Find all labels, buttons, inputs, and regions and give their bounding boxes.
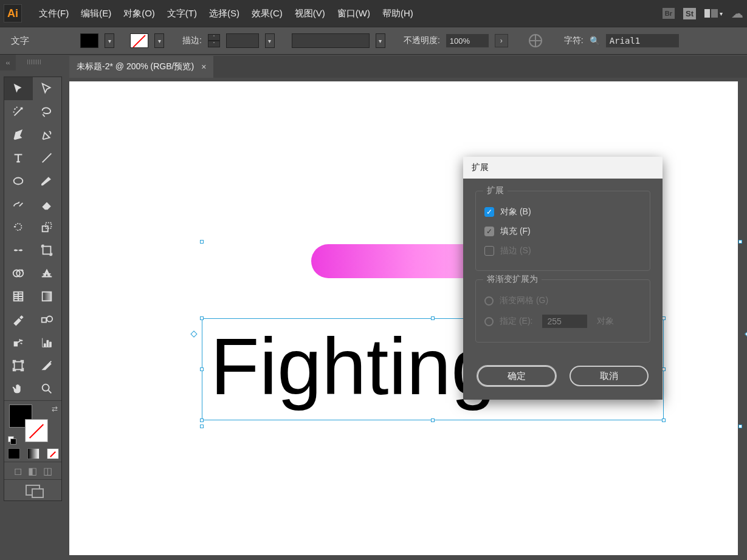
slice-tool[interactable] xyxy=(33,354,61,377)
svg-rect-8 xyxy=(42,318,46,322)
symbol-sprayer-tool[interactable] xyxy=(4,331,33,354)
character-label: 字符: xyxy=(564,35,583,46)
line-tool[interactable] xyxy=(33,146,61,169)
svg-point-0 xyxy=(14,177,23,184)
specify-count-field: 255 xyxy=(542,315,587,328)
option-fill[interactable]: ✓填充 (F) xyxy=(484,222,641,241)
menu-type[interactable]: 文字(T) xyxy=(161,0,203,27)
font-family-field[interactable]: Arial1 xyxy=(606,34,679,47)
color-mode-solid[interactable] xyxy=(4,446,24,462)
shaper-tool[interactable] xyxy=(4,193,33,216)
perspective-grid-tool[interactable] xyxy=(33,262,61,285)
control-bar: 文字 ▾ ▾ 描边: ˄˅ ▾ ▾ 不透明度: 100% › 字符: 🔍 Ari… xyxy=(0,27,747,55)
search-icon[interactable]: 🔍 xyxy=(590,36,600,46)
brush-dropdown[interactable]: ▾ xyxy=(376,33,385,48)
color-mode-none[interactable] xyxy=(43,446,63,462)
option-gradient-mesh: 渐变网格 (G) xyxy=(484,291,641,310)
menu-window[interactable]: 窗口(W) xyxy=(331,0,376,27)
menu-select[interactable]: 选择(S) xyxy=(203,0,246,27)
selection-type-label: 文字 xyxy=(7,35,74,47)
radio-icon xyxy=(484,296,494,306)
menu-view[interactable]: 视图(V) xyxy=(289,0,331,27)
screen-mode-icon[interactable] xyxy=(26,485,40,496)
expand-section-label: 扩展 xyxy=(483,185,508,196)
cancel-button[interactable]: 取消 xyxy=(570,366,649,386)
default-fill-stroke-icon[interactable] xyxy=(8,436,16,445)
panel-collapse-icon[interactable]: ‹‹ xyxy=(0,55,16,70)
svg-rect-11 xyxy=(15,361,22,369)
close-tab-icon[interactable]: × xyxy=(201,62,206,72)
hand-tool[interactable] xyxy=(4,377,33,400)
menu-edit[interactable]: 编辑(E) xyxy=(75,0,117,27)
gradient-tool[interactable] xyxy=(33,285,61,308)
option-specify: 指定 (E): 255 对象 xyxy=(484,310,641,332)
width-tool[interactable] xyxy=(4,239,33,262)
curvature-tool[interactable] xyxy=(33,123,61,146)
swap-fill-stroke-icon[interactable]: ⇄ xyxy=(52,405,58,413)
document-tab-bar: 未标题-2* @ 200% (RGB/预览) × xyxy=(69,56,747,78)
tools-grip-icon[interactable] xyxy=(18,58,50,66)
menu-bar: Ai 文件(F) 编辑(E) 对象(O) 文字(T) 选择(S) 效果(C) 视… xyxy=(0,0,747,27)
fill-swatch[interactable] xyxy=(80,33,98,48)
stroke-profile-dropdown[interactable]: ▾ xyxy=(265,33,275,48)
tools-panel: ⇄ ◻ ◧ ◫ xyxy=(4,77,62,501)
radio-icon xyxy=(484,317,494,326)
checkbox-icon xyxy=(484,246,494,256)
menu-file[interactable]: 文件(F) xyxy=(33,0,75,27)
direct-selection-tool[interactable] xyxy=(33,77,61,100)
checkbox-icon[interactable]: ✓ xyxy=(484,207,494,217)
menu-effect[interactable]: 效果(C) xyxy=(246,0,289,27)
scale-tool[interactable] xyxy=(33,216,61,239)
rotate-tool[interactable] xyxy=(4,216,33,239)
opacity-more[interactable]: › xyxy=(495,34,508,47)
document-tab[interactable]: 未标题-2* @ 200% (RGB/预览) × xyxy=(69,56,213,78)
shape-builder-tool[interactable] xyxy=(4,262,33,285)
svg-point-9 xyxy=(47,316,52,321)
option-object[interactable]: ✓对象 (B) xyxy=(484,202,641,222)
zoom-tool[interactable] xyxy=(33,377,61,400)
stroke-weight-field[interactable] xyxy=(226,33,259,48)
recolor-artwork-icon[interactable] xyxy=(529,34,542,47)
eyedropper-tool[interactable] xyxy=(4,308,33,331)
expand-dialog: 扩展 扩展 ✓对象 (B) ✓填充 (F) 描边 (S) 将渐变扩展为 渐变网格… xyxy=(463,157,663,400)
draw-normal-icon[interactable]: ◻ xyxy=(14,465,22,477)
stroke-weight-label: 描边: xyxy=(182,35,202,46)
artboard-tool[interactable] xyxy=(4,354,33,377)
fill-dropdown[interactable]: ▾ xyxy=(105,33,114,48)
bridge-icon[interactable]: Br xyxy=(663,8,675,19)
dialog-title: 扩展 xyxy=(463,157,663,179)
eraser-tool[interactable] xyxy=(33,193,61,216)
checkbox-icon[interactable]: ✓ xyxy=(484,227,494,236)
menu-help[interactable]: 帮助(H) xyxy=(376,0,419,27)
stock-icon[interactable]: St xyxy=(683,8,696,19)
color-mode-gradient[interactable] xyxy=(24,446,43,462)
draw-behind-icon[interactable]: ◧ xyxy=(28,465,37,477)
free-transform-tool[interactable] xyxy=(33,239,61,262)
selection-tool[interactable] xyxy=(4,77,33,100)
lasso-tool[interactable] xyxy=(33,100,61,123)
type-tool[interactable] xyxy=(4,146,33,169)
pen-tool[interactable] xyxy=(4,123,33,146)
fill-stroke-control[interactable]: ⇄ xyxy=(4,401,61,446)
ellipse-tool[interactable] xyxy=(4,169,33,193)
expand-section: 扩展 ✓对象 (B) ✓填充 (F) 描边 (S) xyxy=(475,191,650,271)
sync-icon[interactable]: ☁ xyxy=(731,6,743,21)
opacity-field[interactable]: 100% xyxy=(446,34,489,47)
magic-wand-tool[interactable] xyxy=(4,100,33,123)
brush-definition[interactable] xyxy=(292,33,370,48)
workspace-switcher[interactable]: ▾ xyxy=(704,9,723,18)
paintbrush-tool[interactable] xyxy=(33,169,61,193)
column-graph-tool[interactable] xyxy=(33,331,61,354)
ok-button[interactable]: 确定 xyxy=(477,366,556,386)
stroke-swatch[interactable] xyxy=(130,33,148,48)
menu-object[interactable]: 对象(O) xyxy=(117,0,161,27)
stroke-weight-stepper[interactable]: ˄˅ xyxy=(208,34,220,47)
stroke-color-icon[interactable] xyxy=(25,419,48,442)
stroke-dropdown[interactable]: ▾ xyxy=(154,33,164,48)
blend-tool[interactable] xyxy=(33,308,61,331)
draw-inside-icon[interactable]: ◫ xyxy=(43,465,52,477)
option-stroke: 描边 (S) xyxy=(484,241,641,261)
svg-point-12 xyxy=(43,384,49,391)
opacity-label: 不透明度: xyxy=(404,35,440,46)
mesh-tool[interactable] xyxy=(4,285,33,308)
